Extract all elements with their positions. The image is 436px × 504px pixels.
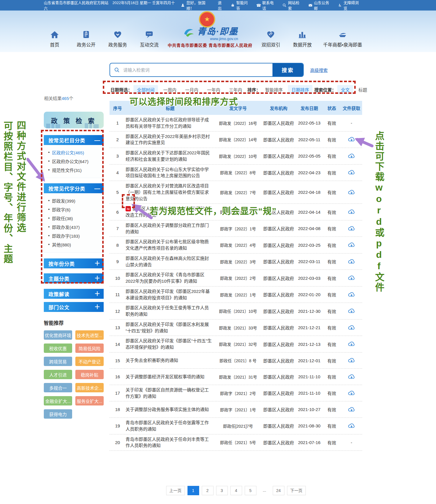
download-icon[interactable] [348,308,355,314]
recommend-tag-3[interactable]: 简易低风险 [75,344,104,353]
download-icon[interactable] [348,357,355,363]
doc-title-link[interactable]: 关于调整部分政务服务事项实施主体的通知 [126,407,209,412]
page-button-24[interactable]: 24 [273,486,284,495]
nav-item-nav-left-1[interactable]: 政务公开 [75,30,97,48]
recommend-tag-7[interactable]: 稳岗补贴 [75,370,104,379]
sidebar-section-2-header[interactable]: 按年份分类＋ [44,258,104,268]
sidebar-section-5-header[interactable]: 部门公文＋ [44,302,104,312]
plus-icon[interactable]: ＋ [94,275,100,281]
doc-title-link[interactable]: 青岛市即墨区人民政府关于任命张震等工作人员职务的通知 [126,420,209,431]
doc-title-link[interactable]: 即墨区人民政府关于调整部分政府工作部门的通知 [126,223,209,234]
download-icon[interactable] [348,169,355,175]
download-icon[interactable] [348,422,355,429]
doc-title-link[interactable]: 即墨区人民政府关于印发《即墨区水利发展“十四五”规划》的通知 [126,322,209,333]
download-icon[interactable] [348,373,355,379]
nav-item-nav-right-2[interactable]: 千年商都•泉海即墨 [323,30,362,48]
download-icon[interactable] [348,241,355,248]
filter-option-date-2[interactable]: 一月内 [182,85,202,94]
download-icon[interactable] [348,275,355,281]
utility-link-1[interactable]: ☎联系电话 [256,0,277,11]
filter-option-scope-1[interactable]: 标题 [355,85,371,94]
filter-option-date-1[interactable]: 一周内 [160,85,180,94]
sidebar-section-1-header[interactable]: 按常见代字分类— [44,183,104,193]
utility-link-0[interactable]: 智能问答 [230,0,251,11]
filter-option-sort-1[interactable]: 日期排序 [288,85,312,94]
sidebar-section-3-header[interactable]: 主题分类＋ [44,273,104,283]
logout-link[interactable]: 退出 [218,0,225,11]
page-button-3[interactable]: 3 [216,486,228,495]
recommend-tag-1[interactable]: 技术先进型... [75,330,104,340]
doc-title-link[interactable]: 即墨区人民政府关于对营流路片区改造项目（一期）国有土地上房屋征收补偿方案征求意见… [126,183,209,201]
doc-title-link[interactable]: 即墨区人民政府关于印发《即墨区“十四五”生态环境保护规划》的通知 [126,338,212,350]
doc-title-link[interactable]: 即墨区人民政府关于2022年美丽乡村示范村建设工作的实施意见 [126,134,210,145]
doc-title-link[interactable]: 即墨区人民政府关于任免王俊秀等工作人员职务的通知 [126,305,209,317]
sidebar-item-0-2[interactable]: •规范性文件(31) [48,165,103,174]
advanced-search-link[interactable]: 高级搜索 [310,67,328,73]
plus-icon[interactable]: ＋ [94,291,100,297]
minus-icon[interactable]: — [94,137,100,143]
recommend-tag-5[interactable]: 不动产登记 [75,357,104,366]
search-button[interactable]: 搜索 [272,63,303,76]
download-icon[interactable] [348,406,355,412]
plus-icon[interactable]: ＋ [94,304,100,310]
download-icon[interactable] [348,189,355,195]
nav-item-nav-left-3[interactable]: 互动交流 [138,30,160,48]
recommend-tag-9[interactable]: 高新技术企... [75,383,104,392]
doc-title-link[interactable]: 即墨区人民政府关于公布山东大学实验中学项目拟征收国有土地上房屋范围的公告 [126,167,209,178]
nav-item-nav-left-2[interactable]: 政务服务 [107,30,128,48]
recommend-tag-4[interactable]: 跨境贸易 [44,357,72,366]
download-icon[interactable] [348,208,355,215]
doc-title-link[interactable]: 青岛市即墨区人民政府关于任命刘丰贵等工作人员职务的通知 [126,437,209,448]
recommend-tag-2[interactable]: 税收优惠 [44,344,72,353]
nav-item-nav-left-0[interactable]: 首页 [44,30,65,48]
page-button-5[interactable]: 5 [245,486,256,495]
search-input[interactable] [120,63,272,76]
page-prev-button[interactable]: 上一页 [166,486,185,495]
page-button-1[interactable]: 1 [187,486,199,495]
doc-title-link[interactable]: 即墨区人民政府关于下达即墨区2022年国民经济和社会发展主要计划的通知 [126,150,210,162]
sidebar-item-1-3[interactable]: •即政办发(437) [48,222,103,231]
doc-title-link[interactable]: 即墨区人民政府关于在森林高火险区实施封山禁火的通告 [126,256,209,267]
page-button-2[interactable]: 2 [202,486,213,495]
page-next-button[interactable]: 下一页 [287,486,306,495]
sidebar-item-0-1[interactable]: •区政府办公文(647) [48,157,103,165]
doc-title-link[interactable]: 关于调整即墨经济开发区赋权事项的通知 [126,374,204,379]
sidebar-item-1-2[interactable]: •即政任(38) [48,214,103,222]
doc-title-link[interactable]: 即墨区人民政府关于公布第七批区级非物质文化遗产代表性项目名录的通知 [126,239,209,251]
download-icon[interactable] [348,136,355,142]
sidebar-item-1-4[interactable]: •即政办字(183) [48,231,103,240]
recommend-tag-0[interactable]: 优化营商环境 [44,330,72,340]
download-icon[interactable] [348,153,355,159]
sidebar-section-0-header[interactable]: 按常见栏目分类— [44,135,104,145]
doc-title-link[interactable]: 即墨区人民政府关于加快推进旧城区社区改造工作的意见 [126,206,211,218]
filter-option-date-4[interactable]: 三年内 [225,85,246,94]
doc-title-link[interactable]: 即墨区人民政府关于印发《即墨区2022年基本建设类政府投资项目》的通知 [126,289,210,300]
recommend-tag-11[interactable]: 服务业扩大... [75,396,104,405]
recommend-tag-8[interactable]: 多规合一 [44,383,72,392]
minus-icon[interactable]: — [94,185,100,191]
sidebar-section-4-header[interactable]: 政策解读＋ [44,289,104,299]
filter-option-sort-0[interactable]: 智能排序 [262,85,286,94]
recommend-tag-6[interactable]: 人才引进 [44,370,72,379]
doc-title-link[interactable]: 即墨区人民政府关于印发《青岛市即墨区2022年为民要办的10件实事》的通知 [126,272,204,284]
sidebar-item-1-1[interactable]: •即政字(6) [48,205,103,214]
download-icon[interactable] [348,291,355,297]
download-icon[interactable] [348,390,355,396]
filter-option-scope-0[interactable]: 全文 [337,85,353,94]
plus-icon[interactable]: ＋ [94,260,100,266]
nav-item-nav-right-0[interactable]: 双招双引 [260,30,282,48]
doc-title-link[interactable]: 关于印发《即墨区自然资源统一确权登记工作方案》的通知 [126,387,209,399]
filter-option-date-0[interactable]: 全部时间 [133,85,158,94]
sidebar-item-1-0[interactable]: •即政发(399) [48,196,103,205]
sidebar-item-0-0[interactable]: •区政府公文(465) [48,148,103,157]
doc-title-link[interactable]: 关于免去金积善职务的通知 [126,358,178,363]
sidebar-item-1-5[interactable]: •其他(880) [48,240,103,249]
recommend-tag-10[interactable]: 金融业扩大... [44,396,72,405]
page-button-4[interactable]: 4 [230,486,242,495]
download-icon[interactable] [348,341,355,347]
utility-link-2[interactable]: 网站检索 [282,0,303,11]
nav-item-nav-right-1[interactable]: 数据开放 [291,30,313,48]
recommend-tag-12[interactable]: 获得电力 [44,409,72,419]
download-icon[interactable] [348,324,355,330]
download-icon[interactable] [348,225,355,231]
